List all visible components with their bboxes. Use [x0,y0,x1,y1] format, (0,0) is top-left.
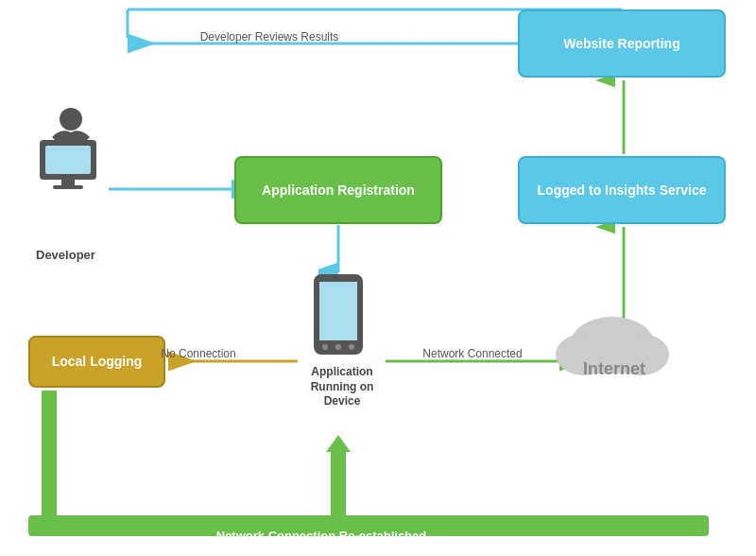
svg-point-30 [335,344,341,350]
network-reestablished-label: Network Connection Re-established [142,529,501,543]
website-reporting-label: Website Reporting [563,35,679,52]
local-logging-box: Local Logging [28,336,165,388]
svg-rect-25 [53,185,83,189]
logged-insights-box: Logged to Insights Service [518,156,726,224]
developer-label: Developer [36,248,95,262]
svg-rect-24 [61,180,75,185]
svg-rect-23 [45,146,91,174]
no-connection-label: No Connection [137,347,260,360]
diagram-container: Website Reporting Logged to Insights Ser… [0,0,756,556]
svg-rect-22 [40,140,96,180]
developer-reviews-label: Developer Reviews Results [113,30,425,43]
svg-rect-27 [314,274,363,355]
svg-point-31 [349,344,354,350]
svg-marker-21 [326,435,351,452]
internet-label: Internet [583,359,645,379]
logged-insights-label: Logged to Insights Service [538,182,707,199]
svg-point-26 [60,108,82,130]
app-registration-box: Application Registration [234,156,442,224]
network-connected-label: Network Connected [397,347,548,360]
svg-rect-28 [319,282,357,340]
local-logging-label: Local Logging [52,353,143,370]
app-registration-label: Application Registration [262,182,415,199]
device-label: ApplicationRunning onDevice [301,365,384,409]
website-reporting-box: Website Reporting [518,9,726,78]
svg-point-29 [322,344,328,350]
